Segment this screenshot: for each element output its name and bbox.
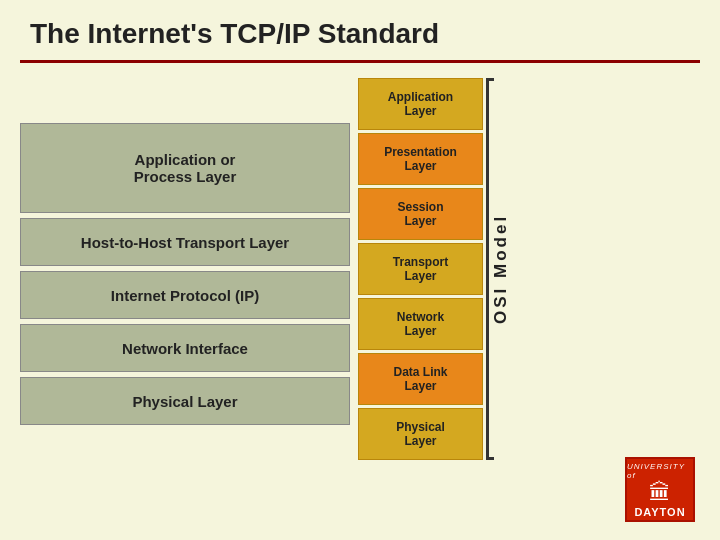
tcpip-network-interface: Network Interface [20,324,350,372]
tcpip-host-transport: Host-to-Host Transport Layer [20,218,350,266]
content-wrapper: Application or Process Layer Host-to-Hos… [0,73,720,465]
logo-univ-text: UNIVERSITY of [627,462,693,480]
logo-name: DAYTON [634,506,685,518]
osi-application: Application Layer [358,78,483,130]
page-title: The Internet's TCP/IP Standard [0,0,720,60]
osi-model-label: OSI Model [489,78,513,460]
osi-transport: Transport Layer [358,243,483,295]
osi-column: Application Layer Presentation Layer Ses… [358,78,483,460]
tcpip-app-process: Application or Process Layer [20,123,350,213]
tcpip-physical: Physical Layer [20,377,350,425]
logo-box: UNIVERSITY of 🏛 DAYTON [625,457,695,522]
osi-datalink: Data Link Layer [358,353,483,405]
tcpip-internet-protocol: Internet Protocol (IP) [20,271,350,319]
dayton-logo: UNIVERSITY of 🏛 DAYTON [620,442,700,522]
tcpip-column: Application or Process Layer Host-to-Hos… [20,123,350,460]
osi-network: Network Layer [358,298,483,350]
osi-physical: Physical Layer [358,408,483,460]
osi-section: Application Layer Presentation Layer Ses… [358,78,513,460]
logo-building-icon: 🏛 [649,480,671,506]
page-container: The Internet's TCP/IP Standard Applicati… [0,0,720,540]
divider [20,60,700,63]
osi-session: Session Layer [358,188,483,240]
main-columns: Application or Process Layer Host-to-Hos… [20,78,710,460]
osi-presentation: Presentation Layer [358,133,483,185]
